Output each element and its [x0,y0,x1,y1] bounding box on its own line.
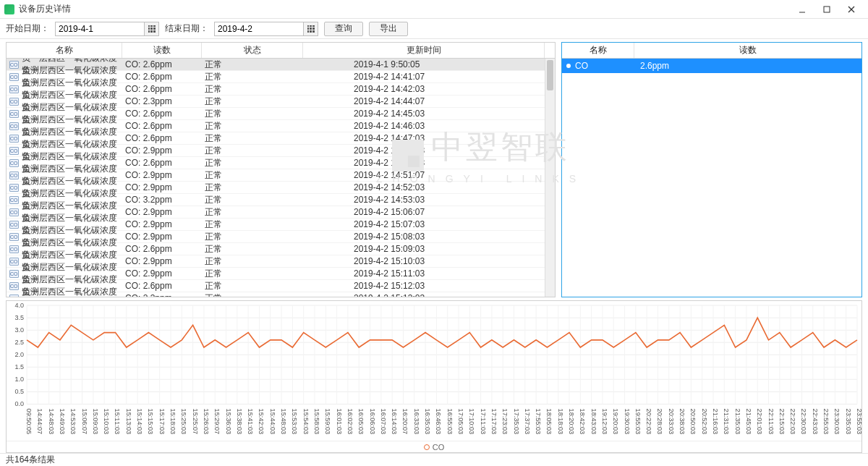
col-name-header[interactable]: 名称 [7,43,122,58]
row-time: 2019-4-2 15:06:07 [303,206,555,218]
svg-text:17:05:03: 17:05:03 [457,408,464,434]
svg-text:15:14:03: 15:14:03 [136,408,143,434]
svg-text:14:44:07: 14:44:07 [36,408,43,434]
row-read: CO: 2.9ppm [122,255,202,267]
row-time: 2019-4-2 15:08:03 [303,231,555,242]
svg-text:4.0: 4.0 [15,302,25,309]
svg-text:15:44:03: 15:44:03 [269,408,276,434]
row-time: 2019-4-2 14:48:03 [303,145,555,156]
col-read-header[interactable]: 读数 [122,43,202,58]
row-read: CO: 2.9ppm [122,231,202,242]
history-table: 名称 读数 状态 更新时间 CO负一层西区一氧化碳浓度监测CO: 2.6ppm正… [6,42,556,297]
device-icon: CO [9,196,19,204]
svg-text:0.0: 0.0 [15,400,25,407]
row-read: CO: 2.6ppm [122,71,202,82]
query-button[interactable]: 查询 [324,22,363,36]
svg-text:17:17:03: 17:17:03 [490,408,498,434]
svg-text:21:35:03: 21:35:03 [734,408,741,434]
svg-rect-1 [824,7,830,12]
svg-text:22:11:03: 22:11:03 [767,408,775,434]
detail-row-read: 2.6ppm [640,61,669,71]
end-date-input[interactable] [214,22,304,36]
end-date-picker-button[interactable] [304,22,318,36]
svg-text:22:01:03: 22:01:03 [756,408,763,434]
legend-marker-icon [424,444,430,450]
detail-table: 名称 读数 CO 2.6ppm [561,42,862,297]
device-icon: CO [9,171,19,179]
table-row[interactable]: CO负一层西区一氧化碳浓度监测CO: 2.3ppm正常2019-4-2 15:1… [7,292,555,297]
svg-text:15:10:03: 15:10:03 [103,408,110,434]
row-time: 2019-4-2 14:52:03 [303,182,555,193]
row-read: CO: 2.3ppm [122,96,202,107]
device-icon: CO [9,110,19,118]
start-date-label: 开始日期： [6,22,49,35]
row-time: 2019-4-2 15:10:03 [303,255,555,267]
svg-text:16:01:03: 16:01:03 [336,408,343,434]
row-name: 负一层西区一氧化碳浓度监测 [22,286,123,297]
row-read: CO: 2.9ppm [122,169,202,181]
chart[interactable]: 0.00.51.01.52.02.53.03.54.009:50:0514:44… [7,301,861,441]
close-button[interactable] [839,1,864,17]
svg-text:3.0: 3.0 [15,326,25,334]
row-status: 正常 [202,182,303,193]
svg-text:23:30:03: 23:30:03 [833,408,841,434]
row-time: 2019-4-2 15:07:03 [303,219,555,230]
svg-text:1.0: 1.0 [15,376,25,383]
row-read: CO: 2.9ppm [122,268,202,279]
device-icon: CO [9,233,19,241]
row-time: 2019-4-2 15:09:03 [303,243,555,255]
scrollbar-thumb[interactable] [547,60,553,90]
svg-text:15:58:03: 15:58:03 [313,408,320,434]
svg-text:15:38:03: 15:38:03 [236,408,243,434]
svg-text:16:20:07: 16:20:07 [401,408,409,434]
svg-text:3.5: 3.5 [15,314,25,321]
device-icon: CO [9,85,19,93]
row-time: 2019-4-2 14:49:03 [303,157,555,169]
row-status: 正常 [202,231,303,242]
svg-text:19:12:03: 19:12:03 [601,408,608,434]
start-date-picker-button[interactable] [145,22,159,36]
detail-col-read[interactable]: 读数 [634,43,861,58]
device-icon: CO [9,98,19,106]
detail-col-name[interactable]: 名称 [562,43,634,58]
row-read: CO: 2.6ppm [122,280,202,292]
svg-text:20:50:03: 20:50:03 [689,408,697,434]
svg-text:14:49:03: 14:49:03 [59,408,66,434]
start-date-field [55,22,159,36]
svg-text:18:43:03: 18:43:03 [590,408,597,434]
svg-text:18:20:03: 18:20:03 [568,408,575,434]
row-time: 2019-4-2 14:42:03 [303,83,555,95]
col-time-header[interactable]: 更新时间 [303,43,545,58]
row-status: 正常 [202,219,303,230]
history-table-header: 名称 读数 状态 更新时间 [7,43,555,59]
history-scrollbar[interactable] [545,59,555,297]
col-status-header[interactable]: 状态 [202,43,303,58]
row-read: CO: 2.6ppm [122,59,202,70]
row-status: 正常 [202,96,303,107]
device-icon: CO [9,122,19,130]
window-title: 设备历史详情 [19,3,71,15]
svg-text:18:05:03: 18:05:03 [545,408,553,434]
export-button[interactable]: 导出 [369,22,408,36]
bullet-icon [566,64,571,68]
device-icon: CO [9,208,19,216]
svg-text:15:25:07: 15:25:07 [192,408,199,434]
row-read: CO: 2.9ppm [122,219,202,230]
svg-text:17:55:03: 17:55:03 [535,408,542,434]
row-time: 2019-4-2 15:11:03 [303,268,555,279]
svg-text:18:42:03: 18:42:03 [579,408,586,434]
start-date-input[interactable] [55,22,145,36]
maximize-button[interactable] [814,1,839,17]
row-time: 2019-4-1 9:50:05 [303,59,555,70]
svg-text:15:54:03: 15:54:03 [302,408,310,434]
row-status: 正常 [202,169,303,181]
svg-text:21:31:03: 21:31:03 [723,408,730,434]
svg-text:1.5: 1.5 [15,363,25,370]
row-status: 正常 [202,83,303,95]
row-read: CO: 2.6ppm [122,108,202,119]
row-status: 正常 [202,255,303,267]
detail-row[interactable]: CO 2.6ppm [562,59,861,73]
row-read: CO: 2.9ppm [122,145,202,156]
minimize-button[interactable] [790,1,814,17]
svg-text:16:14:03: 16:14:03 [391,408,398,434]
